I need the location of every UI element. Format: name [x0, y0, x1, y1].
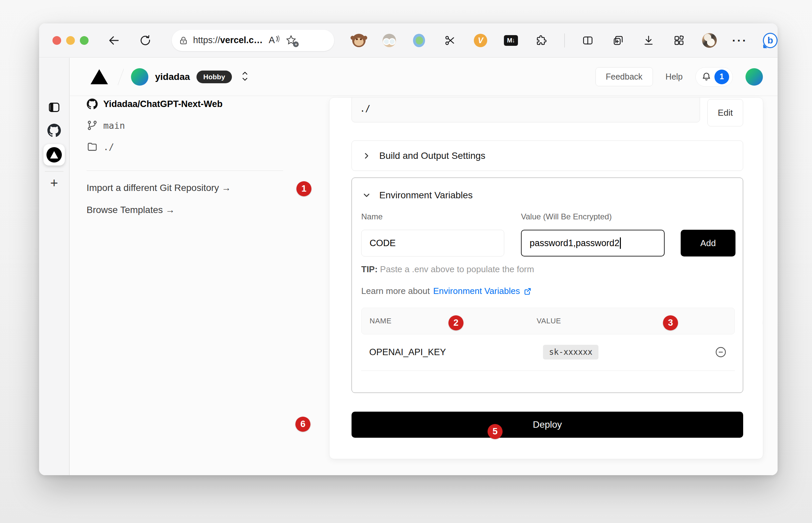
annotation-badge-5: 5 [488, 424, 503, 439]
remove-env-var-button[interactable] [715, 346, 727, 358]
github-icon [87, 98, 98, 110]
refresh-button[interactable] [138, 33, 153, 48]
root-directory: ./ [103, 142, 114, 152]
panel-divider [87, 170, 283, 171]
clipper-extension-icon[interactable] [443, 33, 457, 48]
settings-more-button[interactable]: ··· [733, 33, 747, 48]
monkey-icon [352, 34, 365, 47]
plan-badge: Hobby [196, 71, 231, 83]
profile-avatar[interactable] [702, 33, 717, 48]
env-name-input[interactable]: CODE [361, 230, 504, 256]
team-selector[interactable]: yidadaa Hobby [131, 68, 249, 86]
vercel-logo[interactable] [91, 69, 108, 84]
env-row-value: sk-xxxxxx [543, 345, 599, 360]
env-name-value: CODE [370, 238, 396, 249]
env-table-header: NAME VALUE [361, 308, 735, 335]
edit-button[interactable]: Edit [707, 99, 743, 126]
toolbar-divider [564, 33, 565, 48]
extensions-menu-button[interactable] [534, 33, 549, 48]
notifications-button[interactable]: 1 [695, 67, 733, 87]
feedback-button[interactable]: Feedback [596, 67, 653, 86]
branch-name: main [103, 120, 125, 131]
learn-more-prefix: Learn more about [361, 286, 430, 296]
address-bar[interactable]: https://vercel.c… A + [172, 30, 334, 51]
proxy-extension-icon[interactable]: 3 [412, 33, 427, 48]
new-tab-button[interactable]: + [47, 176, 61, 190]
vercel-header: yidadaa Hobby Feedback Help 1 [70, 58, 778, 96]
name-column-header: NAME [370, 317, 392, 325]
sidebar-divider [45, 171, 63, 172]
desktop-background: https://vercel.c… A + [0, 0, 812, 523]
star-plus-icon: + [293, 41, 299, 47]
import-different-repo-link[interactable]: Import a different Git Repository → [87, 183, 231, 193]
extensions-row: 3 V M↓ [352, 33, 778, 48]
env-row-name: OPENAI_API_KEY [369, 347, 446, 358]
vercel-page: yidadaa Hobby Feedback Help 1 [70, 58, 778, 475]
v-extension-icon[interactable]: V [473, 33, 488, 48]
apps-grid-icon [673, 34, 685, 47]
value-column-header: VALUE [537, 317, 561, 325]
chevron-updown-icon [241, 71, 249, 82]
breadcrumb-slash [118, 69, 124, 85]
git-branch-icon [87, 120, 98, 131]
user-avatar[interactable] [745, 68, 763, 86]
cat-avatar-image [702, 33, 717, 48]
sidebar-tab-github[interactable] [47, 123, 61, 138]
vercel-favicon [46, 147, 62, 163]
persona-extension-icon[interactable] [382, 33, 397, 48]
downloads-button[interactable] [641, 33, 656, 48]
annotation-badge-2: 2 [449, 315, 464, 330]
collections-button[interactable] [611, 33, 625, 48]
sidebar-tab-vercel-active[interactable] [43, 144, 65, 165]
team-switcher-chevrons [239, 71, 249, 83]
root-directory-input[interactable]: ./ [352, 97, 700, 122]
deploy-button[interactable]: Deploy [352, 412, 743, 438]
url-text: https://vercel.c… [193, 35, 263, 46]
window-controls [53, 36, 89, 45]
header-actions: Feedback Help 1 [596, 67, 763, 87]
scissors-icon [444, 34, 456, 47]
bell-icon [701, 72, 712, 82]
name-label: Name [361, 212, 383, 221]
v-letter-icon: V [474, 34, 487, 47]
chevron-down-icon [362, 191, 371, 200]
env-section-title: Environment Variables [379, 190, 473, 201]
browser-window: https://vercel.c… A + [39, 23, 778, 475]
minus-circle-icon [715, 346, 727, 358]
sidebar-panel-icon [48, 101, 61, 114]
bing-chat-button[interactable]: b [763, 33, 778, 48]
add-button[interactable]: Add [681, 230, 735, 256]
environment-variables-link[interactable]: Environment Variables [433, 286, 520, 296]
close-window-button[interactable] [53, 36, 61, 45]
env-value-input[interactable]: password1,password2 [521, 230, 665, 256]
bing-icon: b [763, 33, 778, 48]
collections-icon [612, 34, 624, 47]
split-screen-button[interactable] [581, 33, 595, 48]
read-aloud-button[interactable]: A [269, 35, 280, 46]
row-divider [361, 371, 735, 371]
tip-text: TIP: Paste a .env above to populate the … [361, 264, 534, 274]
env-value-text: password1,password2 [530, 238, 620, 249]
env-section-header[interactable]: Environment Variables [362, 190, 473, 201]
minimize-window-button[interactable] [66, 36, 75, 45]
sidebar-toggle-button[interactable] [48, 101, 61, 114]
refresh-icon [139, 34, 152, 47]
help-link[interactable]: Help [666, 72, 683, 82]
annotation-badge-3: 3 [663, 315, 678, 330]
puzzle-icon [535, 34, 547, 47]
ellipsis-icon: ··· [732, 39, 748, 42]
tampermonkey-extension-icon[interactable] [352, 33, 366, 48]
browse-templates-link[interactable]: Browse Templates → [87, 205, 175, 215]
green-circle-icon [416, 36, 423, 44]
repo-name: Yidadaa/ChatGPT-Next-Web [103, 99, 223, 109]
markdown-extension-icon[interactable]: M↓ [504, 33, 518, 48]
text-caret [620, 237, 621, 249]
annotation-badge-1: 1 [296, 181, 311, 196]
back-button[interactable] [106, 33, 121, 48]
add-favorite-button[interactable]: + [285, 34, 297, 47]
zoom-window-button[interactable] [80, 36, 89, 45]
apps-button[interactable] [672, 33, 686, 48]
notification-count-badge: 1 [714, 70, 729, 84]
repo-name-row: Yidadaa/ChatGPT-Next-Web [87, 98, 223, 110]
build-output-settings-section[interactable]: Build and Output Settings [352, 141, 743, 171]
